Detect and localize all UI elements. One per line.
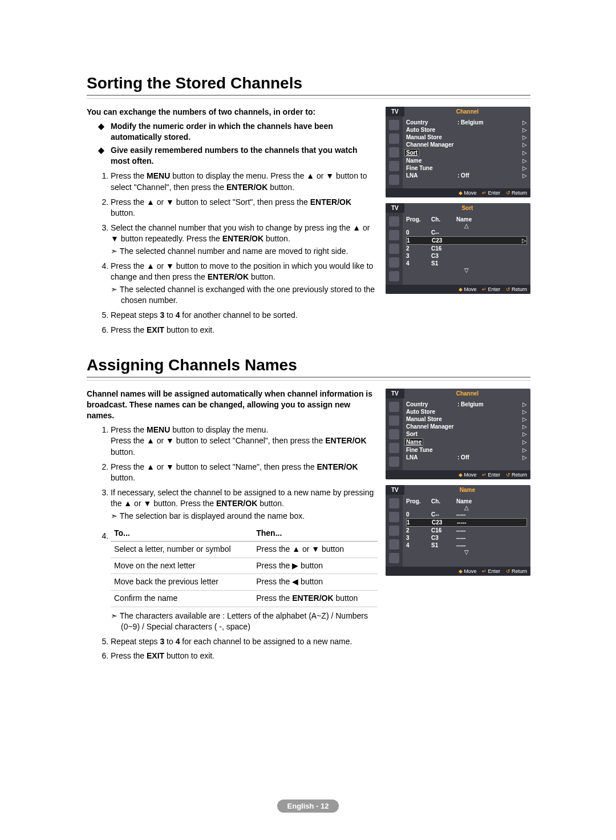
step: Repeat steps 3 to 4 for each channel to … [111, 636, 378, 648]
heading-assigning: Assigning Channels Names [87, 356, 530, 374]
rule [87, 377, 530, 381]
page-footer: English - 12 [0, 799, 616, 813]
step: Press the MENU button to display the men… [111, 425, 378, 458]
osd-name-list: TVName Prog.Ch.Name △ 0C-------1C23-----… [386, 485, 530, 576]
step: Press the MENU button to display the men… [111, 171, 378, 193]
heading-sorting: Sorting the Stored Channels [87, 74, 530, 92]
step: Press the ▲ or ▼ button to move to the p… [111, 261, 378, 306]
bullet: Modify the numeric order in which the ch… [111, 121, 378, 143]
intro-2: Channel names will be assigned automatic… [87, 389, 378, 421]
osd-sort-list: TVSort Prog.Ch.Name △ 0C--1C23▷2C163C34S… [386, 203, 530, 294]
to-then-table: To...Then... Select a letter, number or … [111, 526, 378, 607]
step: Press the ▲ or ▼ button to select "Sort"… [111, 197, 378, 219]
osd-channel-menu-name: TVChannel Country: Belgium▷Auto Store▷Ma… [386, 389, 530, 479]
osd-channel-menu-sort: TVChannel Country: Belgium▷Auto Store▷Ma… [386, 107, 530, 197]
step: If necessary, select the channel to be a… [111, 487, 378, 522]
step: Select the channel number that you wish … [111, 223, 378, 257]
step-table: To...Then... Select a letter, number or … [111, 526, 378, 633]
step: Press the EXIT button to exit. [111, 651, 378, 662]
bullet: Give easily remembered numbers to the ch… [111, 145, 378, 167]
rule [87, 95, 530, 99]
intro-1: You can exchange the numbers of two chan… [87, 107, 378, 118]
step: Press the EXIT button to exit. [111, 325, 378, 336]
step: Repeat steps 3 to 4 for another channel … [111, 310, 378, 321]
step: Press the ▲ or ▼ button to select "Name"… [111, 462, 378, 484]
